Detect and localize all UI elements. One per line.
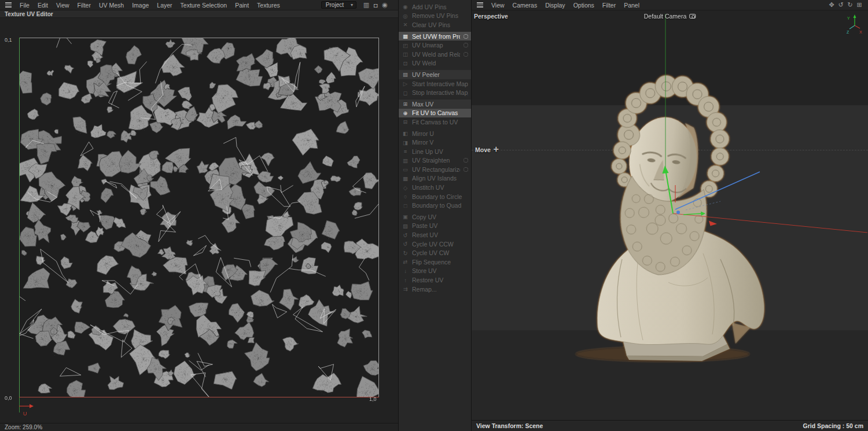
uv-command-item[interactable]: ⊟ Fit Canvas to UV bbox=[399, 117, 471, 127]
uv-commands-panel: ◉ Add UV Pins ◎ Remove UV Pins ✕ Clear U… bbox=[398, 0, 472, 431]
uv-command-item[interactable]: ▷ Start Interactive Mapping bbox=[399, 79, 471, 89]
uv-command-item[interactable]: ↺ Reset UV bbox=[399, 230, 471, 240]
uv-command-icon: ↻ bbox=[402, 250, 409, 256]
undo-icon[interactable]: ↺ bbox=[837, 1, 845, 9]
lock-icon[interactable]: ◘ bbox=[372, 2, 380, 9]
view-label[interactable]: Perspective bbox=[474, 13, 508, 20]
uv-command-item[interactable]: □ Boundary to Quad bbox=[399, 201, 471, 210]
gizmo-x-axis bbox=[673, 213, 867, 233]
uv-command-label: Max UV bbox=[412, 101, 468, 108]
uv-command-icon: ⇉ bbox=[402, 286, 409, 292]
uv-command-icon: ↺ bbox=[402, 241, 409, 247]
gizmo-z-axis bbox=[675, 172, 760, 209]
uv-command-label: Cycle UV CCW bbox=[412, 241, 468, 248]
viewport-3d[interactable]: Perspective Default Camera Move ✛ Y Z X bbox=[472, 10, 868, 420]
histogram-icon[interactable]: ▥ bbox=[362, 1, 370, 9]
uv-command-label: Copy UV bbox=[412, 213, 468, 220]
orientation-axis-widget[interactable]: Y Z X bbox=[846, 13, 863, 35]
uv-command-item[interactable]: ↓ Store UV bbox=[399, 267, 471, 276]
gear-icon[interactable] bbox=[464, 158, 468, 163]
menu-item[interactable]: Layer bbox=[153, 2, 176, 9]
uv-command-item[interactable]: ↺ Cycle UV CCW bbox=[399, 240, 471, 249]
menu-item[interactable]: Cameras bbox=[509, 2, 542, 9]
uv-command-list: ◉ Add UV Pins ◎ Remove UV Pins ✕ Clear U… bbox=[399, 0, 471, 293]
menu-hamburger-icon[interactable] bbox=[5, 2, 12, 8]
uv-command-item[interactable]: ▤ UV Peeler bbox=[399, 70, 471, 79]
uv-command-item[interactable]: ⊕ Fit UV to Canvas bbox=[399, 109, 471, 118]
uv-coord-bottom-left: 0,0 bbox=[5, 395, 12, 401]
camera-icon[interactable] bbox=[689, 14, 696, 19]
uv-command-label: Remap... bbox=[412, 286, 468, 293]
gear-icon[interactable] bbox=[464, 34, 468, 39]
menu-item[interactable]: Options bbox=[569, 2, 598, 9]
uv-command-label: Align UV Islands bbox=[412, 175, 468, 182]
menu-item[interactable]: Filter bbox=[598, 2, 620, 9]
menu-item[interactable]: Filter bbox=[73, 2, 95, 9]
uv-command-item[interactable]: ▦ Set UVW from Projection bbox=[399, 32, 471, 41]
uv-command-label: Unstitch UV bbox=[412, 184, 468, 191]
uv-command-item[interactable]: ≡ Line Up UV bbox=[399, 147, 471, 156]
uv-command-item[interactable]: ⊞ Max UV bbox=[399, 100, 471, 109]
gear-icon[interactable] bbox=[464, 43, 468, 47]
uv-command-item[interactable]: ◨ Mirror V bbox=[399, 138, 471, 147]
uv-command-item[interactable]: ◉ Add UV Pins bbox=[399, 2, 471, 12]
uv-canvas-area[interactable]: 0,1 0,0 1,0 U bbox=[0, 18, 398, 423]
menu-item[interactable]: View bbox=[487, 2, 509, 9]
uv-command-item[interactable]: ◇ Unstitch UV bbox=[399, 183, 471, 192]
menu-item[interactable]: File bbox=[16, 2, 34, 9]
redo-icon[interactable]: ↻ bbox=[846, 1, 854, 9]
layout-icon[interactable]: ⊞ bbox=[855, 1, 863, 9]
uv-command-label: Boundary to Quad bbox=[412, 202, 468, 209]
project-dropdown[interactable]: Project ▾ bbox=[321, 1, 356, 9]
gear-icon[interactable] bbox=[464, 52, 468, 57]
gizmo-y-axis bbox=[666, 173, 673, 213]
uv-command-item[interactable]: ↑ Restore UV bbox=[399, 275, 471, 285]
viewport-scene bbox=[472, 10, 868, 420]
uv-command-label: UV Straighten bbox=[412, 157, 460, 164]
menu-item[interactable]: UV Mesh bbox=[95, 2, 128, 9]
uv-map-canvas[interactable] bbox=[19, 38, 379, 397]
menu-item[interactable]: Textures bbox=[253, 2, 284, 9]
menu-item[interactable]: Panel bbox=[620, 2, 643, 9]
viewport-statusbar: View Transform: Scene Grid Spacing : 50 … bbox=[472, 420, 868, 431]
uv-command-icon: ▦ bbox=[402, 33, 409, 39]
uv-command-item[interactable]: ▭ UV Rectangularize bbox=[399, 165, 471, 174]
uv-command-item[interactable]: ⊡ UV Weld bbox=[399, 59, 471, 68]
uv-command-item[interactable]: ○ Boundary to Circle bbox=[399, 192, 471, 201]
viewport-menubar: ViewCamerasDisplayOptionsFilterPanel ✥↺↻… bbox=[472, 0, 868, 10]
pin-icon[interactable]: ◉ bbox=[381, 1, 389, 9]
uv-command-label: Stop Interactive Mapping bbox=[412, 89, 468, 96]
move-gizmo[interactable] bbox=[663, 165, 868, 233]
uv-command-item[interactable]: ▣ Copy UV bbox=[399, 212, 471, 222]
menu-item[interactable]: Display bbox=[541, 2, 569, 9]
camera-label[interactable]: Default Camera bbox=[644, 13, 696, 20]
uv-command-item[interactable]: ◰ UV Unwrap bbox=[399, 40, 471, 50]
uv-command-label: UV Unwrap bbox=[412, 42, 460, 49]
pan-hand-icon[interactable]: ✥ bbox=[827, 1, 836, 9]
uv-command-item[interactable]: ▥ UV Straighten bbox=[399, 156, 471, 165]
uv-coord-bottom-right: 1,0 bbox=[369, 396, 377, 402]
uv-command-item[interactable]: ⇉ Remap... bbox=[399, 285, 471, 294]
menu-item[interactable]: Paint bbox=[231, 2, 253, 9]
uv-command-item[interactable]: ▦ Align UV Islands bbox=[399, 174, 471, 183]
uv-command-label: Add UV Pins bbox=[412, 3, 468, 10]
uv-command-item[interactable]: ◎ Remove UV Pins bbox=[399, 12, 471, 21]
uv-command-item[interactable]: ▨ Paste UV bbox=[399, 222, 471, 231]
uv-command-item[interactable]: ⇄ Flip Sequence bbox=[399, 257, 471, 267]
menu-hamburger-icon[interactable] bbox=[477, 2, 483, 8]
uv-command-item[interactable]: ↻ Cycle UV CW bbox=[399, 248, 471, 257]
viewport-panel: ViewCamerasDisplayOptionsFilterPanel ✥↺↻… bbox=[472, 0, 868, 431]
gear-icon[interactable] bbox=[464, 167, 468, 172]
uv-command-item[interactable]: ✕ Clear UV Pins bbox=[399, 20, 471, 30]
uv-command-icon: ▣ bbox=[402, 213, 409, 220]
uv-command-item[interactable]: ◻ Stop Interactive Mapping bbox=[399, 88, 471, 97]
menu-item[interactable]: View bbox=[52, 2, 73, 9]
menu-item[interactable]: Texture Selection bbox=[176, 2, 231, 9]
view-transform-label: View Transform: Scene bbox=[476, 422, 543, 429]
uv-command-item[interactable]: ◧ Mirror U bbox=[399, 129, 471, 138]
uv-command-item[interactable]: ◫ UV Weld and Relax bbox=[399, 50, 471, 59]
sculpture-bust[interactable] bbox=[576, 69, 764, 362]
grid-spacing-label: Grid Spacing : 50 cm bbox=[803, 422, 863, 429]
menu-item[interactable]: Image bbox=[128, 2, 153, 9]
menu-item[interactable]: Edit bbox=[34, 2, 52, 9]
